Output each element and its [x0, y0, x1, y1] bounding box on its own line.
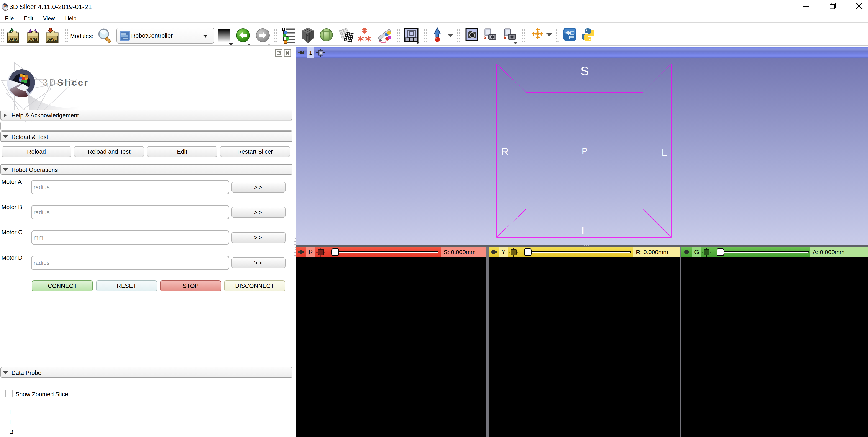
svg-text:L: L: [661, 146, 667, 158]
svg-text:R: R: [501, 146, 508, 157]
svg-text:I: I: [582, 224, 584, 236]
svg-text:Slicer: Slicer: [57, 78, 89, 88]
svg-text:S: S: [581, 64, 589, 78]
svg-text:DCM: DCM: [28, 37, 37, 41]
svg-text:P: P: [582, 146, 587, 156]
svg-text:DATA: DATA: [8, 37, 18, 41]
svg-text:3D: 3D: [43, 78, 57, 88]
svg-text:SAVE: SAVE: [48, 37, 57, 41]
